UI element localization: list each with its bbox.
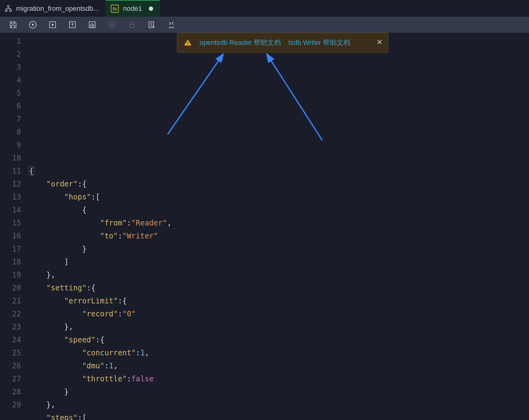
line-number: 9 [0, 139, 21, 152]
svg-rect-15 [187, 44, 188, 45]
svg-rect-0 [7, 6, 9, 7]
close-icon[interactable] [363, 23, 382, 62]
tab-label: node1 [123, 5, 142, 13]
format-button[interactable] [167, 20, 176, 29]
code-line[interactable]: "dmu":1, [28, 359, 529, 372]
save-button[interactable] [9, 20, 17, 29]
line-number: 8 [0, 126, 21, 139]
svg-line-17 [267, 54, 322, 140]
line-number: 21 [0, 294, 21, 307]
tab-label: migration_from_opentsdb... [16, 5, 99, 13]
line-number: 15 [0, 216, 21, 229]
line-number: 22 [0, 307, 21, 320]
svg-rect-12 [129, 24, 134, 28]
line-number: 18 [0, 255, 21, 268]
code-line[interactable]: ] [28, 255, 529, 268]
code-line[interactable]: }, [28, 268, 529, 281]
svg-rect-1 [5, 10, 7, 11]
svg-line-16 [168, 54, 223, 134]
help-doc-toast: opentsdb Reader 帮助文档 tsdb Writer 帮助文档 [177, 33, 388, 53]
line-number: 2 [0, 48, 21, 61]
code-line[interactable]: "speed":{ [28, 333, 529, 346]
code-line[interactable]: "steps":[ [28, 411, 529, 420]
code-line[interactable]: } [28, 242, 529, 255]
svg-rect-11 [111, 24, 113, 26]
line-number: 1 [0, 35, 21, 48]
line-number: 20 [0, 281, 21, 294]
line-number: 24 [0, 333, 21, 346]
stop-button [108, 20, 116, 29]
code-line[interactable]: "from":"Reader", [28, 216, 529, 229]
line-number: 5 [0, 87, 21, 100]
code-line[interactable]: "throttle":false [28, 372, 529, 385]
di-icon: Di [111, 5, 119, 13]
code-line[interactable]: }, [28, 398, 529, 411]
help-link-writer[interactable]: tsdb Writer 帮助文档 [288, 36, 350, 49]
line-number: 25 [0, 346, 21, 359]
unsaved-indicator-icon [149, 6, 153, 11]
tab-node1[interactable]: Di node1 [106, 0, 160, 17]
line-number-gutter: 1234567891011121314151617181920212223242… [0, 33, 28, 420]
line-number: 26 [0, 359, 21, 372]
line-number: 13 [0, 191, 21, 204]
code-line[interactable]: }, [28, 320, 529, 333]
annotation-arrow-icon [264, 51, 325, 144]
code-line[interactable]: "order":{ [28, 178, 529, 191]
code-content[interactable]: opentsdb Reader 帮助文档 tsdb Writer 帮助文档 { … [28, 33, 529, 420]
code-line[interactable]: "record":"0" [28, 307, 529, 320]
svg-text:Di: Di [113, 6, 117, 11]
line-number: 7 [0, 113, 21, 126]
lock-button [127, 20, 136, 29]
annotation-arrow-icon [165, 51, 226, 137]
line-number: 11 [0, 165, 21, 178]
schedule-button[interactable] [88, 20, 97, 29]
workflow-icon [5, 5, 12, 12]
editor-toolbar [0, 17, 529, 33]
code-editor[interactable]: 1234567891011121314151617181920212223242… [0, 33, 529, 420]
line-number: 27 [0, 372, 21, 385]
import-button[interactable] [147, 20, 156, 29]
code-line[interactable]: "errorLimit":{ [28, 294, 529, 307]
svg-rect-14 [187, 42, 188, 44]
warning-icon [183, 38, 192, 47]
line-number: 3 [0, 61, 21, 74]
line-number: 6 [0, 100, 21, 113]
deploy-button[interactable] [68, 20, 77, 29]
line-number: 29 [0, 398, 21, 411]
tab-migration[interactable]: migration_from_opentsdb... [0, 0, 106, 17]
line-number: 28 [0, 385, 21, 398]
line-number: 16 [0, 229, 21, 242]
line-number: 4 [0, 74, 21, 87]
code-line[interactable]: } [28, 385, 529, 398]
line-number: 14 [0, 204, 21, 216]
line-number: 19 [0, 268, 21, 281]
code-line[interactable]: "concurrent":1, [28, 346, 529, 359]
help-link-reader[interactable]: opentsdb Reader 帮助文档 [200, 36, 281, 49]
run-button[interactable] [28, 20, 37, 29]
code-line[interactable]: { [28, 165, 529, 178]
code-line[interactable]: { [28, 204, 529, 216]
editor-tabs: migration_from_opentsdb... Di node1 [0, 0, 529, 17]
code-line[interactable]: "hops":[ [28, 191, 529, 204]
run-params-button[interactable] [48, 20, 57, 29]
code-line[interactable]: "to":"Writer" [28, 229, 529, 242]
line-number: 12 [0, 178, 21, 191]
line-number: 23 [0, 320, 21, 333]
svg-rect-2 [10, 10, 11, 11]
line-number: 10 [0, 152, 21, 165]
code-line[interactable]: "setting":{ [28, 281, 529, 294]
line-number: 17 [0, 242, 21, 255]
